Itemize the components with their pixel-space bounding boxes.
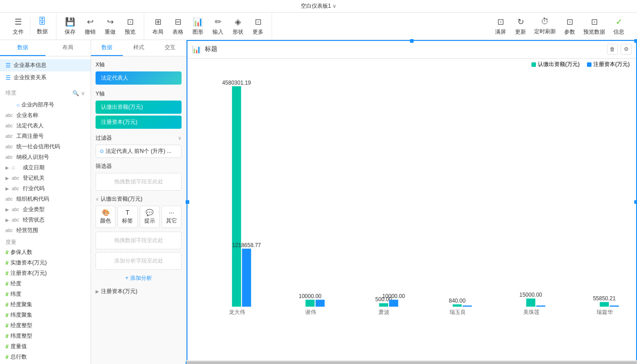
color-tool[interactable]: 🎨 颜色: [96, 206, 116, 228]
params-button[interactable]: ⊡ 参数: [560, 15, 580, 38]
chart-title: 标题: [205, 45, 603, 53]
middle-tab-style[interactable]: 样式: [123, 40, 155, 56]
dim-reg-org[interactable]: ▶ abc 登记机关: [0, 173, 91, 183]
measure-lng2[interactable]: # 经度: [0, 362, 91, 364]
bar-meizhulian-cyan[interactable]: [526, 298, 536, 307]
bar-xiaobo-blue[interactable]: [389, 300, 398, 307]
refresh-button[interactable]: ↻ 更新: [511, 15, 531, 38]
undo-label: 撤销: [85, 28, 96, 36]
shape-button[interactable]: ◈ 形状: [228, 15, 248, 38]
h-scrollbar[interactable]: [187, 360, 637, 364]
dim-reg-no[interactable]: abc 工商注册号: [0, 131, 91, 142]
chart-settings-btn[interactable]: ⚙: [621, 44, 632, 55]
chart-delete-btn[interactable]: 🗑: [607, 44, 618, 55]
preview-button[interactable]: ⊡ 预览: [120, 15, 140, 38]
measure-participants[interactable]: # 参保人数: [0, 247, 91, 258]
middle-tab-interact[interactable]: 交互: [154, 40, 186, 56]
preview-data-button[interactable]: ⊡ 预览数据: [580, 15, 609, 38]
dim-tax-id[interactable]: abc 纳税人识别号: [0, 152, 91, 162]
dim-biz-scope[interactable]: abc 经营范围: [0, 225, 91, 236]
redo-button[interactable]: ↪ 重做: [100, 15, 120, 38]
tooltip-tool[interactable]: 💬 提示: [140, 206, 160, 228]
dim-legal-rep[interactable]: abc 法定代表人: [0, 121, 91, 131]
x-label-xiaohe: 谢伟: [305, 309, 316, 315]
bar-meizhulian-blue[interactable]: [536, 305, 546, 307]
filter-section: 过滤器 ∨ ⊙ 法定代表人 前N个 (升序) ...: [96, 134, 182, 158]
measure-lat-cluster[interactable]: # 纬度聚集: [0, 310, 91, 320]
sidebar-item-enterprise-basic[interactable]: ☰ 企业基本信息: [0, 59, 91, 71]
tab-layout[interactable]: 布局: [46, 40, 91, 56]
chart-button[interactable]: 📊 图形: [188, 15, 208, 38]
file-button[interactable]: ☰ 文件: [8, 15, 28, 38]
measure-section-2: ▶ 注册资本(万元): [96, 288, 182, 295]
legend-color-blue: [587, 62, 592, 67]
dim-credit-code[interactable]: abc 统一社会信用代码: [0, 142, 91, 152]
bar-ruihua-cyan[interactable]: [600, 302, 609, 307]
input-label: 输入: [212, 28, 223, 36]
measure-lat-int[interactable]: # 纬度整型: [0, 331, 91, 341]
info-label: 信息: [613, 28, 624, 36]
filter-tag-1[interactable]: ⊙ 法定代表人 前N个 (升序) ...: [96, 145, 182, 158]
measure-val[interactable]: # 度量值: [0, 341, 91, 352]
measure-dropzone-1[interactable]: 拖拽数据字段至此处: [96, 232, 182, 249]
measure-header-1[interactable]: ∨ 认缴出资额(万元): [96, 195, 182, 203]
more-button[interactable]: ⊡ 更多: [248, 15, 268, 38]
save-button[interactable]: 💾 保存: [60, 15, 80, 38]
dim-found-date[interactable]: ▶ □ 成立日期: [0, 162, 91, 173]
y-axis-tag-1[interactable]: 认缴出资额(万元): [96, 101, 182, 114]
middle-scroll[interactable]: X轴 法定代表人 Y轴 认缴出资额(万元) 注册资本(万元) 过滤器: [91, 56, 186, 364]
input-button[interactable]: ✏ 输入: [208, 15, 228, 38]
filter-chevron-icon[interactable]: ∨: [178, 135, 182, 141]
dim-biz-status[interactable]: ▶ abc 经营状态: [0, 215, 91, 225]
measure-total[interactable]: # 总行数: [0, 352, 91, 362]
h-scrollbar-thumb[interactable]: [187, 361, 637, 364]
title-chevron-icon[interactable]: ∨: [333, 3, 336, 9]
expand-icon[interactable]: ∨: [81, 90, 85, 96]
measure-paid-capital[interactable]: # 实缴资本(万元): [0, 258, 91, 268]
search-icon[interactable]: 🔍: [72, 90, 79, 96]
zoom-button[interactable]: ⊡ 满屏: [490, 15, 511, 38]
layout-button[interactable]: ⊞ 布局: [148, 15, 168, 38]
data-button[interactable]: 🗄 数据: [32, 15, 52, 38]
bar-ruihua-blue[interactable]: [610, 305, 619, 307]
measure-lng-int[interactable]: # 经度整型: [0, 320, 91, 331]
measure-header-2[interactable]: ▶ 注册资本(万元): [96, 288, 182, 295]
screener-dropzone[interactable]: 拖拽数据字段至此处: [96, 173, 182, 191]
bar-longdawei-cyan[interactable]: [232, 86, 241, 307]
measure-lng-cluster[interactable]: # 经度聚集: [0, 299, 91, 310]
undo-button[interactable]: ↩ 撤销: [80, 15, 100, 38]
dim-company-type[interactable]: ▶ abc 企业类型: [0, 204, 91, 215]
bar-value-meizhulian-cyan: 15000.00: [519, 292, 542, 298]
dim-company-name[interactable]: abc 企业名称: [0, 110, 91, 121]
screener-section: 筛选器 拖拽数据字段至此处: [96, 162, 182, 191]
tooltip-icon: 💬: [146, 209, 153, 216]
bar-xiaobo-cyan[interactable]: [379, 303, 388, 307]
bar-xiaohe-cyan[interactable]: [306, 300, 315, 307]
bar-ruiyu-cyan[interactable]: [453, 304, 462, 307]
analysis-dropzone-1[interactable]: 添加分析字段至此处: [96, 252, 182, 270]
bar-xiaohe-blue[interactable]: [316, 300, 325, 307]
hash-icon-6: #: [5, 302, 9, 308]
dim-internal-no[interactable]: ○ 企业内部序号: [0, 100, 91, 110]
tab-data[interactable]: 数据: [0, 40, 46, 56]
info-button[interactable]: ✓ 信息: [609, 15, 629, 38]
timer-button[interactable]: ⏱ 定时刷新: [531, 15, 560, 38]
dim-org-code[interactable]: abc 组织机构代码: [0, 194, 91, 204]
measure-longitude[interactable]: # 经度: [0, 278, 91, 289]
sidebar-scroll[interactable]: ☰ 企业基本信息 ☰ 企业投资关系 维度 🔍 ∨ ○: [0, 56, 91, 364]
label-tool[interactable]: T 标签: [117, 206, 137, 228]
y-axis-tag-2[interactable]: 注册资本(万元): [96, 116, 182, 129]
bar-ruiyu-blue[interactable]: [463, 305, 472, 307]
measure-section-1: ∨ 认缴出资额(万元) 🎨 颜色 T 标签 💬 提示: [96, 195, 182, 284]
measure-latitude[interactable]: # 纬度: [0, 289, 91, 299]
add-analysis-btn-1[interactable]: + 添加分析: [96, 273, 182, 284]
measure-reg-capital[interactable]: # 注册资本(万元): [0, 268, 91, 278]
hash-icon-11: #: [5, 354, 9, 360]
dim-industry-code[interactable]: ▶ abc 行业代码: [0, 183, 91, 194]
table-button[interactable]: ⊟ 表格: [168, 15, 188, 38]
middle-tab-data[interactable]: 数据: [91, 40, 123, 56]
x-axis-tag[interactable]: 法定代表人: [96, 71, 182, 85]
sidebar-item-enterprise-invest[interactable]: ☰ 企业投资关系: [0, 71, 91, 84]
other-tool[interactable]: ··· 其它: [162, 206, 182, 228]
bar-longdawei-blue[interactable]: [242, 249, 251, 307]
